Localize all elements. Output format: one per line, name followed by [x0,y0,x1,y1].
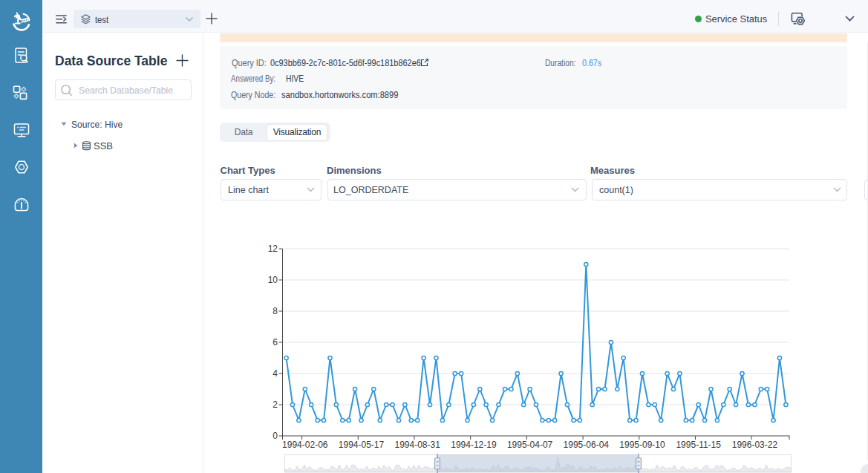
svg-text:1994-08-31: 1994-08-31 [395,440,441,450]
svg-text:0: 0 [273,431,278,441]
svg-text:1995-06-04: 1995-06-04 [564,440,610,450]
svg-text:8: 8 [273,306,278,316]
svg-text:1995-11-15: 1995-11-15 [676,440,721,450]
svg-text:6: 6 [273,337,278,348]
svg-text:10: 10 [268,275,278,285]
svg-text:1995-09-10: 1995-09-10 [619,440,665,450]
svg-text:2: 2 [273,399,278,410]
svg-text:1996-03-22: 1996-03-22 [732,440,778,450]
svg-text:12: 12 [268,244,278,254]
svg-text:1994-02-06: 1994-02-06 [282,440,328,450]
svg-text:4: 4 [273,368,278,379]
svg-text:1995-04-07: 1995-04-07 [507,440,553,450]
svg-text:1994-05-17: 1994-05-17 [339,440,385,450]
svg-text:1994-12-19: 1994-12-19 [451,440,497,450]
